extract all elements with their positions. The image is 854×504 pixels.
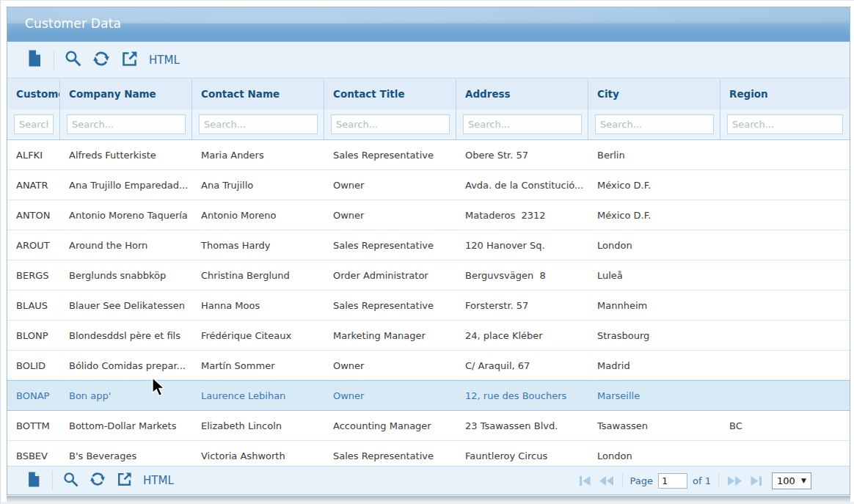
cell-address: Forsterstr. 57 — [456, 300, 588, 311]
page: Customer Data — [0, 0, 854, 504]
document-button-bottom[interactable] — [23, 470, 44, 491]
cell-contact: Hanna Moos — [192, 300, 324, 311]
filter-input-address[interactable] — [463, 114, 582, 134]
table-row-BLONP[interactable]: BLONPBlondesddsl père et filsFrédérique … — [7, 321, 850, 351]
cell-id: BSBEV — [7, 450, 60, 461]
column-header-region[interactable]: Region — [720, 78, 850, 109]
page-title: Customer Data — [25, 16, 121, 31]
column-header-id[interactable]: Customer ID — [7, 78, 60, 109]
search-button[interactable] — [62, 49, 84, 71]
table-row-BLAUS[interactable]: BLAUSBlauer See DelikatessenHanna MoosSa… — [7, 291, 850, 321]
filter-cell-address — [456, 109, 588, 139]
table-row-BSBEV[interactable]: BSBEVB's BeveragesVictoria AshworthSales… — [7, 441, 850, 466]
status-bar: HTML Page of 1 — [7, 466, 850, 494]
filter-input-company[interactable] — [67, 114, 186, 134]
table-row-ANTON[interactable]: ANTONAntonio Moreno TaqueríaAntonio More… — [7, 200, 850, 230]
cell-city: Marseille — [588, 390, 720, 401]
refresh-button[interactable] — [90, 49, 112, 71]
widget-shadow — [7, 496, 850, 502]
table-row-ALFKI[interactable]: ALFKIAlfreds FutterkisteMaria AndersSale… — [7, 140, 850, 170]
cell-id: BLONP — [7, 330, 60, 341]
toolbar-divider — [54, 51, 54, 70]
export-html-label-bottom[interactable]: HTML — [143, 474, 174, 487]
filter-input-id[interactable] — [14, 114, 54, 134]
pager-divider — [718, 473, 719, 488]
next-page-button[interactable] — [726, 472, 742, 489]
cell-company: B's Beverages — [60, 450, 192, 461]
filter-cell-id — [7, 109, 60, 139]
cell-id: ANATR — [7, 180, 60, 191]
pager-divider — [622, 473, 623, 488]
document-button[interactable] — [23, 49, 45, 71]
cell-id: BOTTM — [7, 420, 60, 431]
search-button-bottom[interactable] — [60, 470, 81, 491]
cell-title: Order Administrator — [324, 270, 456, 281]
cell-contact: Victoria Ashworth — [192, 450, 324, 461]
cell-city: London — [588, 240, 720, 251]
cell-address: 120 Hanover Sq. — [456, 240, 588, 251]
refresh-icon — [89, 470, 106, 491]
prev-page-button[interactable] — [599, 472, 615, 489]
cell-contact: Maria Anders — [192, 150, 324, 161]
table-row-ANATR[interactable]: ANATRAna Trujillo Emparedad...Ana Trujil… — [7, 170, 850, 200]
pager: Page of 1 100 — [577, 467, 811, 494]
customer-data-grid: Customer Data — [7, 7, 850, 495]
chevron-down-icon: ▼ — [801, 477, 806, 484]
cell-region: BC — [720, 420, 850, 431]
cell-city: México D.F. — [588, 180, 720, 191]
cell-title: Sales Representative — [324, 450, 456, 461]
grid-body: ALFKIAlfreds FutterkisteMaria AndersSale… — [7, 140, 850, 466]
filter-input-city[interactable] — [595, 114, 714, 134]
filter-cell-company — [60, 109, 192, 139]
grid-filter-row — [7, 109, 850, 140]
cell-city: London — [588, 450, 720, 461]
top-toolbar: HTML — [7, 42, 850, 78]
filter-cell-title — [324, 109, 456, 139]
search-icon — [64, 49, 82, 70]
cell-title: Sales Representative — [324, 240, 456, 251]
cell-city: Madrid — [588, 360, 720, 371]
page-input[interactable] — [658, 473, 687, 489]
window-titlebar: Customer Data — [7, 7, 850, 42]
cell-contact: Laurence Lebihan — [192, 390, 324, 401]
cell-title: Sales Representative — [324, 300, 456, 311]
cell-city: Tsawassen — [588, 420, 720, 431]
filter-input-title[interactable] — [331, 114, 450, 134]
cell-address: 23 Tsawassen Blvd. — [456, 420, 588, 431]
table-row-BOTTM[interactable]: BOTTMBottom-Dollar MarketsElizabeth Linc… — [7, 411, 850, 441]
cell-address: Berguvsvägen 8 — [456, 270, 588, 281]
filter-input-region[interactable] — [727, 114, 843, 134]
export-html-button[interactable] — [119, 49, 141, 71]
cell-city: Mannheim — [588, 300, 720, 311]
export-icon — [117, 471, 133, 490]
refresh-icon — [92, 49, 111, 71]
page-of-label: of 1 — [693, 475, 711, 486]
filter-input-contact[interactable] — [199, 114, 318, 134]
cell-address: Obere Str. 57 — [456, 150, 588, 161]
column-header-company[interactable]: Company Name — [60, 78, 192, 109]
cell-id: AROUT — [7, 240, 60, 251]
column-header-title[interactable]: Contact Title — [324, 78, 456, 109]
cell-contact: Martín Sommer — [192, 360, 324, 371]
cell-address: Fauntleroy Circus — [456, 450, 588, 461]
table-row-BOLID[interactable]: BOLIDBólido Comidas prepar...Martín Somm… — [7, 351, 850, 381]
page-size-value: 100 — [777, 475, 795, 486]
page-size-select[interactable]: 100 ▼ — [772, 472, 811, 489]
table-row-BERGS[interactable]: BERGSBerglunds snabbköpChristina Berglun… — [7, 260, 850, 291]
last-page-button[interactable] — [748, 472, 764, 489]
toolbar-divider — [52, 471, 53, 490]
column-header-city[interactable]: City — [588, 78, 720, 109]
first-page-button[interactable] — [577, 472, 594, 489]
refresh-button-bottom[interactable] — [87, 470, 108, 491]
cell-contact: Frédérique Citeaux — [192, 330, 324, 341]
table-row-AROUT[interactable]: AROUTAround the HornThomas HardySales Re… — [7, 230, 850, 260]
cell-contact: Thomas Hardy — [192, 240, 324, 251]
cell-title: Accounting Manager — [324, 420, 456, 431]
column-header-contact[interactable]: Contact Name — [192, 78, 324, 109]
export-html-label[interactable]: HTML — [149, 54, 180, 67]
export-html-button-bottom[interactable] — [114, 470, 135, 491]
column-header-address[interactable]: Address — [456, 78, 588, 109]
cell-address: 12, rue des Bouchers — [456, 390, 588, 401]
cell-company: Bottom-Dollar Markets — [60, 420, 192, 431]
table-row-BONAP[interactable]: BONAPBon app'Laurence LebihanOwner12, ru… — [7, 380, 850, 411]
